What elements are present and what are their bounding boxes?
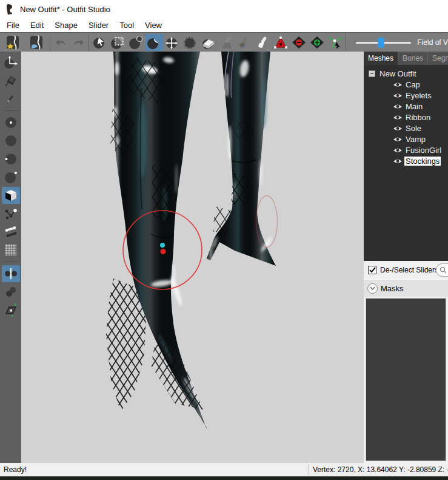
tree-item-main[interactable]: Main xyxy=(364,101,448,112)
eye-icon[interactable] xyxy=(393,103,403,110)
redo-button[interactable] xyxy=(70,34,88,51)
fov-slider[interactable] xyxy=(356,34,412,51)
brush-falloff-center-button[interactable] xyxy=(2,114,20,131)
status-vertex-info: Vertex: 2720, X: 13.64062 Y: -2.80859 Z:… xyxy=(313,465,448,474)
transform-tool-button[interactable] xyxy=(2,54,20,71)
show-grid-button[interactable] xyxy=(2,242,20,259)
toolbar-separator xyxy=(89,35,89,50)
new-project-icon xyxy=(5,35,21,50)
smooth-brush-button[interactable] xyxy=(181,34,199,51)
brush-falloff-solid-button[interactable] xyxy=(2,132,20,149)
toolbar-separator xyxy=(346,35,346,50)
x-mirror-button[interactable] xyxy=(2,265,20,282)
select-brush-button[interactable] xyxy=(90,34,109,51)
tab-bones[interactable]: Bones xyxy=(398,52,428,65)
tree-root[interactable]: New Outfit xyxy=(364,68,448,79)
tree-item-eyelets[interactable]: Eyelets xyxy=(364,90,448,101)
circle-solid-icon xyxy=(4,134,18,148)
tree-item-vamp[interactable]: Vamp xyxy=(364,134,448,144)
weight-brush-button[interactable] xyxy=(218,34,236,51)
viewport-scene xyxy=(21,52,364,463)
title-bar[interactable]: New Outfit* - Outfit Studio xyxy=(0,0,448,18)
edit-bones-button[interactable] xyxy=(2,223,20,240)
window-bottom-edge xyxy=(0,476,448,480)
eye-icon[interactable] xyxy=(393,113,403,121)
check-icon xyxy=(369,267,376,273)
menu-file[interactable]: File xyxy=(1,19,25,32)
tree-item-cap[interactable]: Cap xyxy=(364,79,448,90)
deselect-sliders-checkbox[interactable] xyxy=(368,266,376,274)
collapse-vertex-button[interactable] xyxy=(272,34,290,51)
new-project-button[interactable] xyxy=(1,34,25,51)
tab-meshes[interactable]: Meshes xyxy=(364,52,398,65)
move-vertex-button[interactable] xyxy=(326,34,344,51)
pin-icon xyxy=(4,73,18,88)
edit-vertices-button[interactable] xyxy=(2,205,20,222)
menu-tool[interactable]: Tool xyxy=(114,19,139,32)
masks-label: Masks xyxy=(381,284,404,293)
menu-view[interactable]: View xyxy=(139,19,167,32)
collapse-vertex-icon xyxy=(273,35,289,50)
alpha-brush-button[interactable] xyxy=(253,34,272,51)
masks-header[interactable]: Masks xyxy=(364,279,448,297)
mirror-icon xyxy=(4,266,18,281)
viewport-3d[interactable] xyxy=(21,52,364,463)
collapse-icon[interactable] xyxy=(369,70,375,77)
deflate-brush-button[interactable] xyxy=(145,34,163,51)
menu-edit[interactable]: Edit xyxy=(25,19,49,32)
mesh-tree: New Outfit Cap Eyelets Main Ribbon Sole xyxy=(364,65,448,261)
tree-item-label: Stockings xyxy=(404,157,441,166)
undo-icon xyxy=(53,35,68,50)
masks-list-area[interactable] xyxy=(366,298,446,461)
pin-tool-button[interactable] xyxy=(2,72,20,89)
vertices-icon xyxy=(4,206,18,221)
eye-icon[interactable] xyxy=(393,124,403,132)
collision-cube-button[interactable] xyxy=(2,187,20,204)
redo-icon xyxy=(72,35,86,50)
uv-plane-icon xyxy=(4,303,18,317)
move-brush-icon xyxy=(164,35,180,50)
cursor-dot-cyan xyxy=(160,243,165,248)
deselect-sliders-bar: De-/Select Sliders xyxy=(364,261,448,279)
color-brush-button[interactable] xyxy=(235,34,253,51)
eye-icon[interactable] xyxy=(393,146,403,154)
undiff-brush-button[interactable] xyxy=(199,34,218,51)
inflate-brush-button[interactable] xyxy=(127,34,145,51)
side-toolbar-separator xyxy=(3,262,19,262)
tree-item-label: Main xyxy=(404,102,424,111)
circle-left-dot-icon xyxy=(4,152,18,166)
menu-slider[interactable]: Slider xyxy=(83,19,114,32)
panel-tabs: Meshes Bones Segment xyxy=(364,52,448,65)
split-edge-button[interactable] xyxy=(308,34,326,51)
side-toolbar-separator xyxy=(3,110,19,111)
eye-icon[interactable] xyxy=(393,135,403,143)
tree-item-fusiongirl[interactable]: FusionGirl xyxy=(364,144,448,155)
brush-falloff-edge-button[interactable] xyxy=(2,169,20,186)
smooth-brush-icon xyxy=(182,35,198,50)
eye-icon[interactable] xyxy=(393,92,403,99)
uv-plane-button[interactable] xyxy=(2,302,20,319)
undo-button[interactable] xyxy=(52,34,70,51)
chevron-down-icon[interactable] xyxy=(367,283,378,294)
tree-item-stockings[interactable]: Stockings xyxy=(364,155,448,166)
tree-item-label: Sole xyxy=(404,124,423,133)
tree-item-ribbon[interactable]: Ribbon xyxy=(364,112,448,123)
tree-item-sole[interactable]: Sole xyxy=(364,123,448,134)
eye-icon[interactable] xyxy=(393,157,403,164)
mask-brush-button[interactable] xyxy=(109,34,127,51)
eye-icon[interactable] xyxy=(393,81,403,88)
pen-pressure-button[interactable] xyxy=(2,90,20,107)
slider-search-input[interactable] xyxy=(436,263,448,277)
load-project-button[interactable] xyxy=(25,34,48,51)
connected-only-button[interactable] xyxy=(2,283,20,300)
fov-slider-handle[interactable] xyxy=(378,38,384,48)
tab-segments[interactable]: Segment xyxy=(428,52,448,65)
tree-item-label: FusionGirl xyxy=(404,146,443,155)
tree-item-label: Eyelets xyxy=(404,91,433,100)
menu-shape[interactable]: Shape xyxy=(49,19,83,32)
eraser-icon xyxy=(201,35,216,50)
status-bar: Ready! Vertex: 2720, X: 13.64062 Y: -2.8… xyxy=(0,463,448,476)
flip-edge-button[interactable] xyxy=(290,34,308,51)
brush-falloff-left-button[interactable] xyxy=(2,150,20,167)
move-brush-button[interactable] xyxy=(163,34,181,51)
